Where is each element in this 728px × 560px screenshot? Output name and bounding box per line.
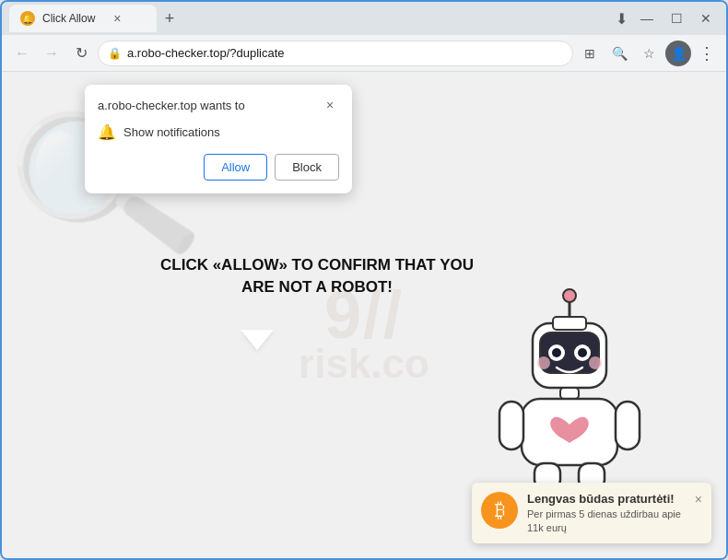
maximize-button[interactable]: ☐	[663, 6, 689, 31]
title-bar: 🔔 Click Allow × + ⬇ — ☐ ✕	[2, 2, 726, 35]
crypto-text: Lengvas būdas praturtėti! Per pirmas 5 d…	[527, 492, 686, 534]
speech-bubble-tail	[241, 330, 274, 350]
svg-point-6	[552, 348, 561, 357]
address-right-icons: ⊞ 🔍 ☆ 👤 ⋮	[577, 41, 719, 66]
url-text: a.robo-checker.top/?duplicate	[127, 46, 563, 60]
window-controls: — ☐ ✕	[634, 6, 719, 31]
popup-close-button[interactable]: ×	[321, 96, 339, 114]
popup-notification-row: 🔔 Show notifications	[98, 123, 339, 141]
robot-character	[487, 282, 671, 503]
popup-notification-text: Show notifications	[123, 125, 220, 139]
minimize-button[interactable]: —	[634, 6, 660, 31]
svg-rect-12	[499, 402, 523, 449]
block-button[interactable]: Block	[275, 154, 339, 181]
allow-button[interactable]: Allow	[204, 154, 267, 181]
profile-icon[interactable]: 👤	[665, 41, 691, 66]
new-tab-button[interactable]: +	[157, 6, 182, 31]
svg-point-9	[589, 356, 602, 369]
svg-rect-16	[553, 317, 586, 330]
back-button[interactable]: ←	[9, 41, 35, 66]
crypto-toast: ₿ Lengvas būdas praturtėti! Per pirmas 5…	[472, 483, 711, 543]
popup-header: a.robo-checker.top wants to ×	[98, 96, 339, 114]
svg-rect-10	[560, 388, 579, 399]
svg-rect-13	[616, 402, 640, 449]
title-bar-left: 🔔 Click Allow × +	[9, 5, 608, 32]
menu-button[interactable]: ⋮	[695, 43, 719, 64]
popup-title: a.robo-checker.top wants to	[98, 99, 245, 112]
main-text-line2: ARE NOT A ROBOT!	[160, 276, 474, 298]
page-main-text: CLICK «ALLOW» TO CONFIRM THAT YOU ARE NO…	[160, 254, 474, 298]
address-input[interactable]: 🔒 a.robo-checker.top/?duplicate	[98, 41, 573, 66]
main-text-line1: CLICK «ALLOW» TO CONFIRM THAT YOU	[160, 254, 474, 276]
watermark-text2: risk.co	[299, 341, 429, 387]
page-content: 🔍 9// risk.co CLICK «ALLOW» TO CONFIRM T…	[2, 72, 726, 558]
address-bar: ← → ↻ 🔒 a.robo-checker.top/?duplicate ⊞ …	[2, 35, 726, 72]
forward-button[interactable]: →	[39, 41, 65, 66]
crypto-icon: ₿	[481, 492, 518, 529]
lock-icon: 🔒	[108, 47, 122, 60]
bookmark-icon[interactable]: ☆	[636, 41, 662, 66]
svg-point-1	[563, 289, 576, 302]
crypto-title: Lengvas būdas praturtėti!	[527, 492, 686, 506]
browser-window: 🔔 Click Allow × + ⬇ — ☐ ✕ ← → ↻ 🔒 a.robo…	[0, 0, 728, 560]
bell-icon: 🔔	[98, 123, 116, 141]
close-button[interactable]: ✕	[693, 6, 719, 31]
crypto-close-button[interactable]: ×	[695, 492, 702, 507]
refresh-button[interactable]: ↻	[68, 41, 94, 66]
svg-point-8	[537, 356, 550, 369]
svg-point-7	[578, 348, 587, 357]
browser-tab[interactable]: 🔔 Click Allow ×	[9, 5, 157, 32]
crypto-body: Per pirmas 5 dienas uždirbau apie 11k eu…	[527, 508, 686, 534]
popup-buttons: Allow Block	[98, 154, 339, 181]
tab-close-button[interactable]: ×	[110, 11, 124, 26]
search-icon[interactable]: 🔍	[606, 41, 632, 66]
translate-icon[interactable]: ⊞	[577, 41, 603, 66]
download-icon[interactable]: ⬇	[608, 6, 634, 31]
tab-favicon: 🔔	[20, 11, 35, 26]
tab-title: Click Allow	[42, 12, 95, 25]
notification-popup: a.robo-checker.top wants to × 🔔 Show not…	[85, 85, 352, 193]
